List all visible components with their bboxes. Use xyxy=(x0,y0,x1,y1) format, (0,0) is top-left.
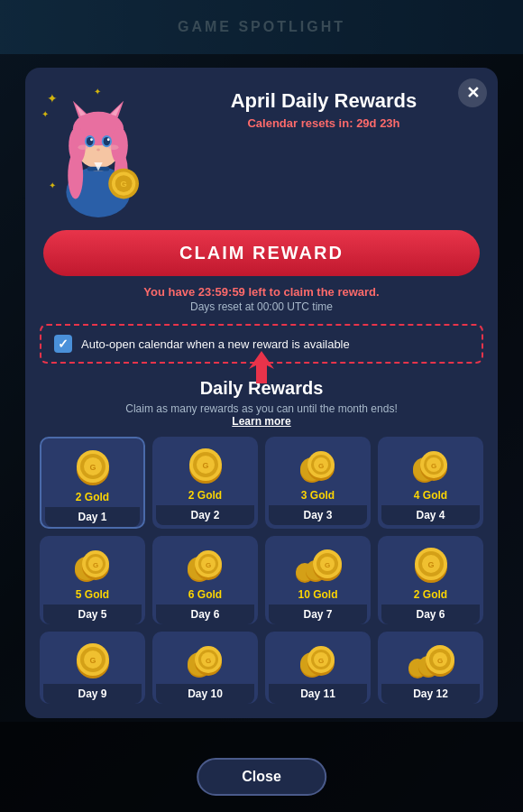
reset-text: Days reset at 00:00 UTC time xyxy=(40,300,483,313)
reward-card[interactable]: G 4 GoldDay 4 xyxy=(378,437,483,529)
character-illustration: ✦ ✦ ✦ ✦ xyxy=(40,82,157,217)
svg-text:G: G xyxy=(324,561,329,569)
svg-point-17 xyxy=(107,138,110,141)
svg-text:G: G xyxy=(202,461,208,470)
day-label-wrapper: Day 11 xyxy=(269,684,367,704)
claim-button-wrapper: CLAIM REWARD xyxy=(25,221,498,276)
claim-reward-button[interactable]: CLAIM REWARD xyxy=(43,230,480,276)
day-label-wrapper: Day 12 xyxy=(381,684,480,704)
gold-amount: 6 Gold xyxy=(188,588,222,601)
reward-title: April Daily Rewards xyxy=(164,89,483,113)
reward-subtitle: Calendar resets in: 29d 23h xyxy=(164,116,483,130)
coin-icon: G xyxy=(294,639,343,680)
modal-close-button[interactable]: ✕ xyxy=(458,78,487,107)
day-label-wrapper: Day 5 xyxy=(43,604,142,624)
svg-text:G: G xyxy=(317,657,323,665)
time-remaining: 23:59:59 xyxy=(198,285,245,299)
day-label: Day 2 xyxy=(156,509,254,521)
day-label-wrapper: Day 6 xyxy=(156,604,254,624)
day-label: Day 7 xyxy=(269,608,367,621)
reward-card[interactable]: G 2 GoldDay 2 xyxy=(152,437,258,529)
daily-desc-text: Claim as many rewards as you can until t… xyxy=(125,402,397,415)
gold-amount: 2 Gold xyxy=(414,588,447,601)
star-decoration: ✦ xyxy=(94,87,101,97)
gold-amount: 2 Gold xyxy=(188,489,222,502)
coin-icon: G xyxy=(407,639,455,680)
reward-card[interactable]: G Day 9 xyxy=(40,632,145,704)
day-label-wrapper: Day 4 xyxy=(381,505,480,525)
svg-point-20 xyxy=(96,149,100,152)
svg-text:G: G xyxy=(92,561,97,569)
arrow-up-indicator xyxy=(243,349,280,389)
countdown-timer: 29d 23h xyxy=(356,116,399,130)
header-info: April Daily Rewards Calendar resets in: … xyxy=(157,82,483,130)
svg-marker-27 xyxy=(249,351,274,383)
svg-text:G: G xyxy=(120,180,126,189)
gold-amount: 10 Gold xyxy=(298,588,337,601)
day-label-wrapper: Day 3 xyxy=(269,505,367,525)
daily-rewards-desc: Claim as many rewards as you can until t… xyxy=(40,402,483,428)
svg-point-6 xyxy=(68,152,83,199)
auto-open-section: ✓ Auto-open calendar when a new reward i… xyxy=(40,324,483,364)
svg-text:G: G xyxy=(205,561,210,569)
reward-card[interactable]: G Day 11 xyxy=(265,632,371,704)
coin-icon: G xyxy=(294,444,343,485)
bottom-close-wrapper: Close xyxy=(197,758,326,796)
day-label-wrapper: Day 7 xyxy=(269,604,367,624)
learn-more-link[interactable]: Learn more xyxy=(232,415,290,428)
svg-text:G: G xyxy=(89,463,96,472)
svg-point-16 xyxy=(90,138,93,141)
day-label: Day 6 xyxy=(381,608,480,621)
reward-card[interactable]: G 3 GoldDay 3 xyxy=(265,437,371,529)
coin-icon: G xyxy=(294,543,343,585)
modal-header: ✦ ✦ ✦ ✦ xyxy=(25,68,498,217)
day-label: Day 6 xyxy=(156,608,254,621)
svg-point-19 xyxy=(108,144,118,150)
gold-amount: 3 Gold xyxy=(301,489,335,502)
coin-icon: G xyxy=(69,543,117,585)
subtitle-static: Calendar resets in: xyxy=(247,116,353,130)
reward-card[interactable]: G Day 12 xyxy=(378,632,483,704)
svg-text:G: G xyxy=(205,657,210,665)
day-label-wrapper: Day 9 xyxy=(43,684,142,704)
svg-text:G: G xyxy=(436,657,442,665)
gold-amount: 5 Gold xyxy=(76,588,109,601)
coin-icon: G xyxy=(181,444,230,485)
rewards-grid: G 2 GoldDay 1 G 2 GoldDay 2 G 3 GoldDay … xyxy=(25,428,498,704)
reward-card[interactable]: G 10 GoldDay 7 xyxy=(265,536,371,624)
coin-icon: G xyxy=(181,543,230,585)
day-label: Day 4 xyxy=(381,509,480,521)
timer-suffix: left to claim the reward. xyxy=(248,285,379,299)
auto-open-checkbox[interactable]: ✓ xyxy=(54,335,72,353)
coin-icon: G xyxy=(407,444,455,485)
coin-icon: G xyxy=(181,639,230,680)
reward-card[interactable]: G Day 10 xyxy=(152,632,258,704)
day-label: Day 11 xyxy=(269,687,367,700)
timer-section: You have 23:59:59 left to claim the rewa… xyxy=(25,276,498,317)
reward-card[interactable]: G 5 GoldDay 5 xyxy=(40,536,145,624)
day-label: Day 3 xyxy=(269,509,367,521)
svg-text:G: G xyxy=(317,462,323,470)
star-decoration: ✦ xyxy=(49,180,56,190)
coin-icon: G xyxy=(69,639,117,680)
timer-text: You have 23:59:59 left to claim the rewa… xyxy=(40,285,483,299)
gold-amount: 2 Gold xyxy=(76,491,109,503)
reward-card[interactable]: G 2 GoldDay 1 xyxy=(40,437,145,529)
day-label: Day 5 xyxy=(43,608,142,621)
svg-point-14 xyxy=(87,137,94,145)
svg-point-15 xyxy=(104,137,111,145)
reward-card[interactable]: G 6 GoldDay 6 xyxy=(152,536,258,624)
close-button-bottom[interactable]: Close xyxy=(197,758,326,796)
daily-rewards-modal: ✕ ✦ ✦ ✦ ✦ xyxy=(25,68,498,718)
day-label: Day 1 xyxy=(45,511,140,523)
star-decoration: ✦ xyxy=(41,109,49,119)
svg-text:G: G xyxy=(427,560,434,569)
coin-icon: G xyxy=(69,446,117,487)
day-label-wrapper: Day 6 xyxy=(381,604,480,624)
day-label: Day 9 xyxy=(43,687,142,700)
coin-icon: G xyxy=(407,543,455,585)
svg-text:G: G xyxy=(430,462,436,470)
reward-card[interactable]: G 2 GoldDay 6 xyxy=(378,536,483,624)
checkbox-check-mark: ✓ xyxy=(58,337,69,351)
day-label-wrapper: Day 2 xyxy=(156,505,254,525)
